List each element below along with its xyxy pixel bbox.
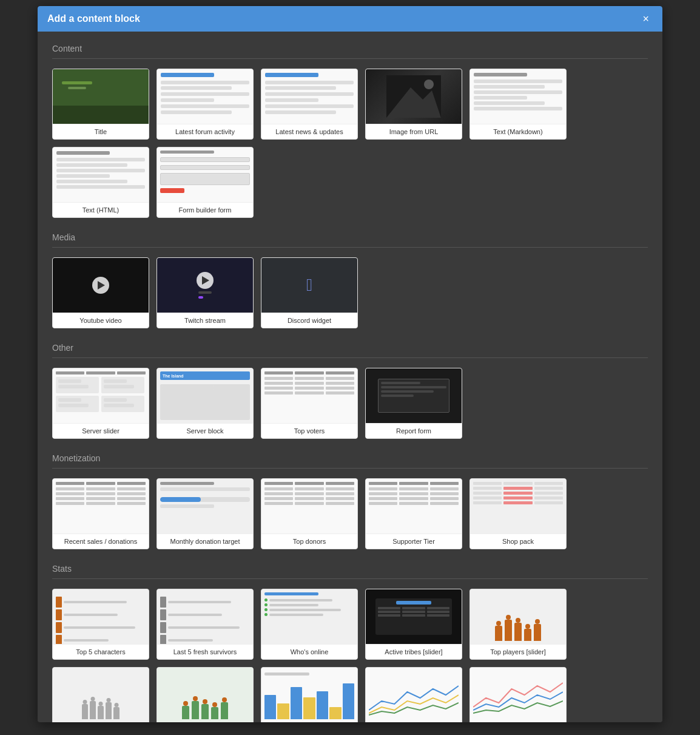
card-online-players-slider[interactable]: Online players [slider] <box>156 667 254 722</box>
card-label-server-slider: Server slider <box>53 423 149 438</box>
card-thumb-newbies <box>53 668 149 722</box>
card-shop-pack[interactable]: Shop pack <box>469 478 567 549</box>
card-supporter-tier[interactable]: Supporter Tier <box>365 478 462 549</box>
svg-rect-0 <box>62 81 92 84</box>
card-report-form[interactable]: Report form <box>365 368 462 439</box>
card-recent-sales[interactable]: Recent sales / donations <box>52 478 149 549</box>
card-thumb-monthly-donation <box>157 479 253 533</box>
card-discord[interactable]:  Discord widget <box>261 257 358 328</box>
card-label-top-players: Top players [slider] <box>470 644 566 659</box>
youtube-play-icon <box>92 277 109 294</box>
card-text-html[interactable]: Text (HTML) <box>52 147 149 218</box>
card-label-title: Title <box>53 124 149 139</box>
card-last-5-survivors[interactable]: Last 5 fresh survivors <box>156 589 254 660</box>
card-twitch[interactable]: Twitch stream <box>156 257 254 328</box>
card-thumb-forum <box>157 69 253 124</box>
content-section-title: Content <box>52 44 648 59</box>
card-thumb-survivors <box>157 589 253 644</box>
card-thumb-image-url <box>366 69 462 124</box>
card-label-top-voters: Top voters <box>261 423 357 438</box>
card-top-5-chars[interactable]: Top 5 characters <box>52 589 149 660</box>
modal-overlay: Add a content block × Content <box>0 0 700 735</box>
card-hours-played-graph[interactable]: Hours played last 7 days [graph] <box>469 667 567 722</box>
card-latest-news[interactable]: Latest news & updates <box>261 69 358 140</box>
stats-section: Stats <box>52 564 648 722</box>
card-thumb-youtube <box>53 258 149 313</box>
card-latest-forum[interactable]: Latest forum activity <box>156 69 254 140</box>
card-image-from-url[interactable]: Image from URL <box>365 69 462 140</box>
card-label-form: Form builder form <box>157 202 253 217</box>
card-thumb-top-voters <box>261 368 357 423</box>
card-label-youtube: Youtube video <box>53 313 149 328</box>
card-thumb-news <box>261 69 357 124</box>
card-thumb-server-block: The Island <box>157 368 253 423</box>
card-label-shop-pack: Shop pack <box>470 533 566 549</box>
card-top-voters[interactable]: Top voters <box>261 368 358 439</box>
add-content-block-modal: Add a content block × Content <box>38 6 662 722</box>
card-top-players-slider[interactable]: Top players [slider] <box>469 589 567 660</box>
card-thumb-hours-graph <box>470 668 566 722</box>
card-text-markdown[interactable]: Text (Markdown) <box>469 69 567 140</box>
card-thumb-title <box>53 69 149 124</box>
card-label-active-tribes: Active tribes [slider] <box>366 644 462 659</box>
media-cards-grid: Youtube video <box>52 257 648 328</box>
stats-cards-grid: Top 5 characters <box>52 589 648 722</box>
card-label-report-form: Report form <box>366 423 462 438</box>
card-thumb-whos-online <box>261 589 357 644</box>
card-server-block[interactable]: The Island Server block <box>156 368 254 439</box>
card-thumb-population <box>261 668 357 722</box>
card-thumb-server-slider <box>53 368 149 423</box>
card-label-monthly-donation: Monthly donation target <box>157 533 253 549</box>
card-newbies-slider[interactable]: Newbies [slider] <box>52 667 149 722</box>
card-label-server-block: Server block <box>157 423 253 438</box>
card-label-survivors: Last 5 fresh survivors <box>157 644 253 659</box>
monetization-section: Monetization <box>52 453 648 549</box>
card-thumb-top-donors <box>261 479 357 533</box>
card-thumb-report-form <box>366 368 462 423</box>
svg-point-4 <box>424 80 434 89</box>
stats-section-title: Stats <box>52 564 648 579</box>
modal-body: Content Title <box>38 32 662 722</box>
card-label-supporter-tier: Supporter Tier <box>366 533 462 549</box>
card-title[interactable]: Title <box>52 69 149 140</box>
card-label-top-donors: Top donors <box>261 533 357 549</box>
content-cards-grid: Title <box>52 69 648 218</box>
card-form-builder[interactable]: Form builder form <box>156 147 254 218</box>
modal-header: Add a content block × <box>38 6 662 32</box>
card-thumb-online-players <box>157 668 253 722</box>
card-online-count-graph[interactable]: Online count last 7 days [graph] <box>365 667 462 722</box>
card-thumb-text-md <box>470 69 566 124</box>
media-section-title: Media <box>52 232 648 248</box>
card-label-text-md: Text (Markdown) <box>470 124 566 139</box>
twitch-play-icon <box>197 272 214 289</box>
card-label-twitch: Twitch stream <box>157 313 253 328</box>
other-cards-grid: Server slider The Island <box>52 368 648 439</box>
monetization-section-title: Monetization <box>52 453 648 469</box>
card-label-text-html: Text (HTML) <box>53 202 149 217</box>
other-section-title: Other <box>52 343 648 358</box>
card-top-donors[interactable]: Top donors <box>261 478 358 549</box>
card-thumb-form <box>157 147 253 202</box>
card-label-whos-online: Who's online <box>261 644 357 659</box>
card-thumb-recent-sales <box>53 479 149 533</box>
media-section: Media Youtube video <box>52 232 648 328</box>
modal-close-button[interactable]: × <box>639 12 653 25</box>
card-label-image-url: Image from URL <box>366 124 462 139</box>
card-thumb-shop-pack <box>470 479 566 533</box>
monetization-cards-grid: Recent sales / donations <box>52 478 648 549</box>
card-monthly-donation[interactable]: Monthly donation target <box>156 478 254 549</box>
card-population-overview[interactable]: Population overview [graph] <box>261 667 358 722</box>
card-thumb-active-tribes <box>366 589 462 644</box>
card-thumb-top-players <box>470 589 566 644</box>
card-label-forum: Latest forum activity <box>157 124 253 139</box>
card-active-tribes-slider[interactable]: Active tribes [slider] <box>365 589 462 660</box>
card-label-top-chars: Top 5 characters <box>53 644 149 659</box>
card-thumb-twitch <box>157 258 253 313</box>
card-server-slider[interactable]: Server slider <box>52 368 149 439</box>
modal-title: Add a content block <box>47 13 140 24</box>
other-section: Other <box>52 343 648 439</box>
card-thumb-supporter-tier <box>366 479 462 533</box>
svg-rect-1 <box>68 87 86 89</box>
card-youtube[interactable]: Youtube video <box>52 257 149 328</box>
card-whos-online[interactable]: Who's online <box>261 589 358 660</box>
